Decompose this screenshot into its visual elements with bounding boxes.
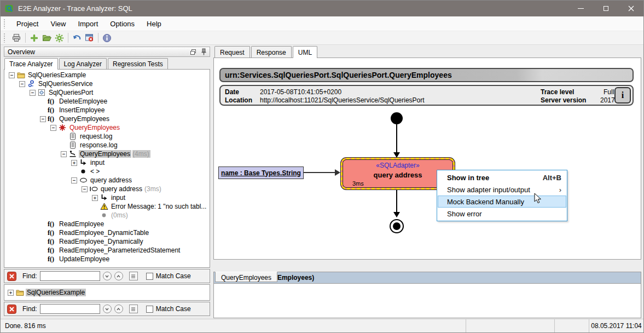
expand-icon[interactable]: + xyxy=(92,195,98,201)
tree-item-insertemployee[interactable]: f()InsertEmployee xyxy=(4,106,210,114)
add-button[interactable] xyxy=(28,32,40,44)
undo-button[interactable] xyxy=(71,32,83,44)
uml-start-node[interactable] xyxy=(391,112,403,124)
tree-item-sqlqueriesservice[interactable]: −SqlQueriesService xyxy=(4,79,210,88)
find-prev-button[interactable] xyxy=(114,305,123,313)
tree-item-reademployee-parameterizedstatement[interactable]: f()ReadEmployee_ParameterizedStatement xyxy=(4,246,210,255)
find-bar-top: Find: Match Case xyxy=(4,269,210,283)
toolbar-grip[interactable] xyxy=(3,33,6,43)
context-menu-item-show-error[interactable]: Show error xyxy=(438,208,566,220)
tree-item-duration: (0ms) xyxy=(111,211,129,219)
status-datetime: 08.05.2017 11:04 xyxy=(589,319,643,332)
find-input[interactable] xyxy=(40,304,100,314)
tree-item-request-log[interactable]: request.log xyxy=(4,132,210,141)
find-prev-button[interactable] xyxy=(114,272,123,280)
tree-item-queryemployees[interactable]: −f()QueryEmployees xyxy=(4,114,210,123)
context-menu-item-show-in-tree[interactable]: Show in treeAlt+B xyxy=(438,171,566,183)
expander-icon[interactable]: + xyxy=(8,290,14,296)
titlebar: E2E Analyzer - Trace Analyzer: SQL xyxy=(1,1,643,16)
status-message: Done. 816 ms xyxy=(1,319,466,332)
menu-options[interactable]: Options xyxy=(104,18,141,30)
info-button[interactable] xyxy=(101,32,113,44)
minimize-icon xyxy=(578,8,584,9)
float-icon[interactable] xyxy=(190,49,196,55)
minimize-button[interactable] xyxy=(568,1,593,16)
tab-request[interactable]: Request xyxy=(214,46,250,58)
collapse-icon[interactable]: − xyxy=(50,125,56,131)
tab-log-analyzer[interactable]: Log Analyzer xyxy=(59,58,107,69)
port-icon xyxy=(37,89,46,96)
tab-trace-analyzer[interactable]: Trace Analyzer xyxy=(4,58,58,70)
tab-queryemployees[interactable]: QueryEmployees xyxy=(215,272,277,282)
tree-item-sqlqueriesexample[interactable]: SqlQueriesExample xyxy=(26,289,86,296)
watches-body[interactable] xyxy=(214,284,641,318)
pin-icon[interactable] xyxy=(201,48,207,55)
collapse-icon[interactable]: − xyxy=(82,186,88,192)
collapse-icon[interactable]: − xyxy=(71,177,77,183)
tree-item-reademployee-dynamically[interactable]: f()ReadEmployee_Dynamically xyxy=(4,237,210,246)
menu-import[interactable]: Import xyxy=(72,18,104,30)
tab-response[interactable]: Response xyxy=(251,46,292,58)
collapse-icon[interactable]: − xyxy=(61,151,67,157)
tree-item-response-log[interactable]: response.log xyxy=(4,141,210,150)
find-close-button[interactable] xyxy=(7,305,16,314)
tree-item-blank[interactable]: < > xyxy=(4,167,210,176)
overview-tabs: Trace AnalyzerLog AnalyzerRegression Tes… xyxy=(4,58,210,69)
tree-item-queryemployees[interactable]: −QueryEmployees(4ms) xyxy=(4,150,210,158)
tab-uml[interactable]: UML xyxy=(293,46,317,58)
find-options-button[interactable] xyxy=(129,305,138,313)
collapse-icon[interactable]: − xyxy=(9,72,15,78)
status-cell xyxy=(555,319,589,332)
tree-item-query-address[interactable]: −query address(3ms) xyxy=(4,185,210,193)
find-close-button[interactable] xyxy=(7,272,16,281)
collapse-icon[interactable]: − xyxy=(40,116,46,122)
trace-view-tabs: RequestResponseUML xyxy=(213,46,641,58)
tree-item-input[interactable]: +input xyxy=(4,158,210,167)
tree-item-error-message-1-no-such-tabl[interactable]: Error Message: 1 "no such tabl... xyxy=(4,202,210,211)
tree-item-node[interactable]: (0ms) xyxy=(4,211,210,220)
context-menu-item-show-adapter-input-output[interactable]: Show adapter input/output› xyxy=(438,183,566,196)
context-menu-item-mock-backend-manually[interactable]: Mock Backend Manually xyxy=(438,196,566,208)
mouse-cursor-icon xyxy=(534,193,542,204)
collapse-icon[interactable]: − xyxy=(19,81,25,87)
menubar-grip[interactable] xyxy=(3,19,6,28)
function-icon: f() xyxy=(48,238,56,246)
tree-item-input[interactable]: +input xyxy=(4,193,210,202)
tree-item-updateemployee[interactable]: f()UpdateEmployee xyxy=(4,255,210,263)
tree-item-reademployee[interactable]: f()ReadEmployee xyxy=(4,220,210,228)
tree-item-reademployee-dynamictable[interactable]: f()ReadEmployee_DynamicTable xyxy=(4,228,210,237)
tree-item-sqlqueriesport[interactable]: −SqlQueriesPort xyxy=(4,88,210,97)
open-button[interactable] xyxy=(40,32,53,44)
print-button[interactable] xyxy=(10,32,23,44)
find-options-button[interactable] xyxy=(129,272,138,280)
uml-edge xyxy=(304,172,335,173)
close-button[interactable] xyxy=(618,1,643,16)
find-next-button[interactable] xyxy=(103,305,112,313)
match-case-checkbox[interactable] xyxy=(146,306,153,313)
close-trace-button[interactable] xyxy=(83,32,96,44)
log-file-icon xyxy=(68,133,77,140)
maximize-button[interactable] xyxy=(593,1,618,16)
open-folder-icon xyxy=(42,33,52,42)
tab-regression-tests[interactable]: Regression Tests xyxy=(108,58,168,69)
add-icon xyxy=(30,33,39,43)
collapse-icon[interactable]: − xyxy=(30,90,36,96)
find-next-button[interactable] xyxy=(103,272,112,280)
match-case-checkbox[interactable] xyxy=(146,273,153,280)
menu-project[interactable]: Project xyxy=(10,18,44,30)
context-menu: Show in treeAlt+BShow adapter input/outp… xyxy=(437,170,567,221)
tree-item-sqlqueriesexample[interactable]: −SqlQueriesExample xyxy=(4,71,210,79)
uml-param-node[interactable]: name : Base Types.String xyxy=(218,166,304,179)
uml-arrowhead xyxy=(335,169,340,176)
menu-help[interactable]: Help xyxy=(141,18,167,30)
find-input[interactable] xyxy=(40,271,100,281)
tree-item-queryemployees[interactable]: −QueryEmployees xyxy=(4,123,210,132)
menu-view[interactable]: View xyxy=(44,18,72,30)
tree-item-label: SqlQueriesExample xyxy=(27,71,87,79)
expand-icon[interactable]: + xyxy=(71,160,77,166)
settings-button[interactable] xyxy=(53,32,66,44)
tree-item-deleteemployee[interactable]: f()DeleteEmployee xyxy=(4,97,210,106)
tree-item-query-address[interactable]: −query address xyxy=(4,176,210,185)
watches-panel: Watches (QueryEmployees) xyxy=(213,272,641,318)
trace-details-button[interactable]: i xyxy=(614,87,631,104)
